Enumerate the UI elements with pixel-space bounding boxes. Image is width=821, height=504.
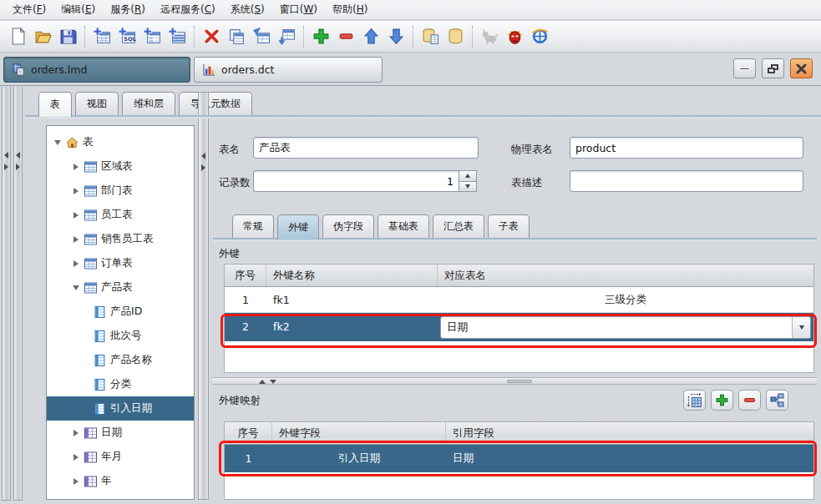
- ref-table-combobox[interactable]: 日期: [440, 316, 811, 339]
- column-header-ref-table[interactable]: 对应表名: [438, 265, 813, 286]
- tree-item-order-table[interactable]: 订单表: [47, 251, 194, 275]
- expander-icon[interactable]: [72, 285, 80, 290]
- expander-icon[interactable]: [72, 260, 80, 267]
- tree-item-import-date[interactable]: 引入日期: [47, 396, 194, 421]
- save-file-button[interactable]: [55, 24, 80, 49]
- fk-row-1[interactable]: 1 fk1 三级分类: [225, 287, 813, 313]
- doc-tab-orders-lmd[interactable]: orders.lmd: [3, 57, 190, 83]
- spinner-buttons: [459, 170, 477, 192]
- expand-right-icon: [201, 164, 205, 171]
- expander-icon[interactable]: [72, 454, 80, 461]
- menu-item-help[interactable]: 帮助(H): [325, 0, 375, 19]
- tree-item-product-name[interactable]: 产品名称: [47, 348, 194, 372]
- table-move-down-button[interactable]: [274, 24, 299, 49]
- combobox-dropdown-button[interactable]: [792, 317, 810, 338]
- expander-icon[interactable]: [72, 430, 80, 436]
- tab-pseudo-field[interactable]: 伪字段: [322, 214, 374, 238]
- spinner-up-button[interactable]: [459, 170, 477, 182]
- database-button[interactable]: [443, 24, 468, 49]
- column-header-no[interactable]: 序号: [225, 265, 266, 286]
- tree-item-employee-table[interactable]: 员工表: [47, 203, 194, 227]
- menu-item-remote-service[interactable]: 远程服务(C): [153, 0, 223, 19]
- tab-base-table[interactable]: 基础表: [378, 214, 429, 238]
- tree-item-region-table[interactable]: 区域表: [47, 154, 194, 179]
- add-mapping-button[interactable]: [711, 390, 733, 411]
- tree-item-sales-employee-table[interactable]: 销售员工表: [47, 227, 194, 251]
- add-row-button[interactable]: [308, 24, 333, 49]
- menu-item-edit[interactable]: 编辑(E): [53, 0, 103, 19]
- table-description-input[interactable]: [570, 170, 803, 192]
- menu-item-system[interactable]: 系统(S): [223, 0, 272, 19]
- tree-item-batch-no[interactable]: 批次号: [47, 324, 194, 348]
- internet-explorer-icon: [531, 28, 549, 45]
- move-down-button[interactable]: [383, 24, 408, 49]
- move-up-button[interactable]: [358, 24, 383, 49]
- expander-icon[interactable]: [53, 140, 62, 145]
- expander-icon[interactable]: [72, 236, 80, 243]
- collapse-arrows[interactable]: [201, 153, 205, 171]
- tab-import-metadata[interactable]: 导入元数据: [179, 92, 252, 115]
- tab-summary-table[interactable]: 汇总表: [433, 214, 484, 238]
- column-header-ref-field[interactable]: 引用字段: [446, 422, 813, 444]
- copy-database-button[interactable]: [418, 24, 443, 49]
- table-move-up-button[interactable]: [249, 24, 274, 49]
- menu-item-file[interactable]: 文件(F): [5, 0, 53, 19]
- splitter-collapse-strip[interactable]: [13, 87, 23, 501]
- collapse-arrows[interactable]: [4, 152, 8, 170]
- physical-name-input[interactable]: [570, 137, 803, 159]
- tab-sub-table[interactable]: 子表: [488, 214, 530, 238]
- section-splitter[interactable]: [213, 377, 817, 385]
- open-file-button[interactable]: [30, 24, 55, 49]
- fk-mapping-row-selected[interactable]: 1 引入日期 日期: [225, 445, 813, 472]
- minimize-button[interactable]: [733, 58, 756, 78]
- new-file-button[interactable]: [5, 24, 30, 49]
- tree-item-product-table[interactable]: 产品表: [47, 275, 194, 300]
- tab-general[interactable]: 常规: [232, 214, 274, 238]
- close-button[interactable]: [790, 58, 813, 78]
- tab-dimensions[interactable]: 维和层: [122, 92, 175, 115]
- dog-button[interactable]: [477, 24, 502, 49]
- tree-item-product-id[interactable]: 产品ID: [47, 300, 194, 324]
- tree-splitter[interactable]: [198, 92, 209, 500]
- add-list-table-button[interactable]: [165, 24, 190, 49]
- auto-fill-table-button[interactable]: [683, 390, 706, 411]
- tab-tables[interactable]: 表: [38, 92, 72, 117]
- remove-mapping-button[interactable]: [738, 390, 761, 411]
- copy-table-button[interactable]: [224, 24, 249, 49]
- copy-database-icon: [422, 28, 439, 45]
- tree-item-year-table[interactable]: 年: [47, 469, 194, 493]
- splitter-collapse-strip[interactable]: [2, 87, 11, 501]
- add-table-button[interactable]: [89, 24, 114, 49]
- tree-item-date-table[interactable]: 日期: [47, 421, 194, 445]
- collapse-arrows[interactable]: [16, 152, 20, 170]
- menu-item-service[interactable]: 服务(R): [103, 0, 153, 19]
- column-header-no[interactable]: 序号: [225, 422, 272, 444]
- opera-mask-button[interactable]: [502, 24, 527, 49]
- tree-item-year-month-table[interactable]: 年月: [47, 445, 194, 469]
- delete-button[interactable]: [199, 24, 224, 49]
- tree-item-category[interactable]: 分类: [47, 372, 194, 396]
- add-sql-table-button[interactable]: SQL: [114, 24, 139, 49]
- remove-row-button[interactable]: [333, 24, 358, 49]
- expander-icon[interactable]: [72, 212, 80, 219]
- doc-tab-orders-dct[interactable]: orders.dct: [194, 57, 383, 83]
- column-header-fk-name[interactable]: 外键名称: [266, 265, 438, 286]
- expander-icon[interactable]: [72, 478, 80, 485]
- tab-foreign-key[interactable]: 外键: [277, 214, 319, 239]
- menu-item-window[interactable]: 窗口(W): [272, 0, 325, 19]
- add-field-table-button[interactable]: [139, 24, 165, 49]
- spinner-down-button[interactable]: [459, 182, 477, 193]
- expander-icon[interactable]: [72, 188, 80, 194]
- mapping-diagram-button[interactable]: [766, 390, 788, 411]
- column-header-fk-field[interactable]: 外键字段: [272, 422, 446, 444]
- splitter-grip[interactable]: [507, 380, 532, 383]
- record-count-input[interactable]: [253, 170, 459, 192]
- table-name-input[interactable]: [253, 137, 479, 159]
- tree-item-tables-root[interactable]: 表: [47, 130, 194, 154]
- internet-explorer-button[interactable]: [527, 24, 552, 49]
- expander-icon[interactable]: [72, 164, 80, 170]
- tree-item-department-table[interactable]: 部门表: [47, 179, 194, 203]
- fk-map-field: 引入日期: [272, 445, 446, 471]
- tab-views[interactable]: 视图: [75, 92, 119, 115]
- restore-button[interactable]: [762, 58, 784, 78]
